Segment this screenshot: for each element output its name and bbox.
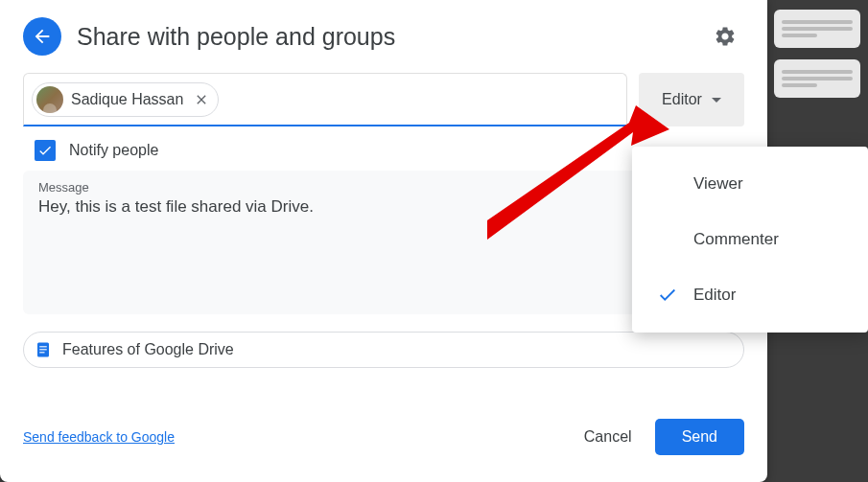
attachment-name: Features of Google Drive [62, 341, 234, 358]
dialog-title: Share with people and groups [77, 23, 691, 51]
role-option-label: Commenter [693, 230, 779, 249]
gear-icon [714, 25, 737, 48]
role-option-label: Editor [693, 286, 736, 305]
recipient-row: Sadique Hassan Editor [23, 73, 744, 126]
svg-rect-1 [39, 346, 47, 347]
avatar [36, 86, 63, 113]
role-option-editor[interactable]: Editor [632, 267, 868, 323]
notify-label: Notify people [69, 142, 158, 159]
chevron-down-icon [712, 98, 721, 103]
arrow-left-icon [32, 26, 53, 47]
role-option-viewer[interactable]: Viewer [632, 156, 868, 212]
check-icon [37, 143, 53, 158]
role-dropdown-button[interactable]: Editor [639, 73, 744, 126]
role-selected-label: Editor [662, 91, 702, 108]
svg-rect-2 [39, 349, 47, 350]
cancel-button[interactable]: Cancel [569, 421, 647, 453]
role-option-label: Viewer [693, 174, 743, 194]
feedback-link[interactable]: Send feedback to Google [23, 429, 175, 445]
dialog-header: Share with people and groups [0, 0, 767, 73]
close-icon [194, 92, 209, 107]
settings-button[interactable] [706, 17, 744, 56]
check-icon [657, 285, 678, 306]
svg-rect-3 [39, 352, 44, 353]
recipient-input[interactable]: Sadique Hassan [23, 73, 627, 126]
remove-recipient-button[interactable] [191, 89, 212, 110]
message-text: Hey, this is a test file shared via Driv… [38, 197, 729, 217]
notify-checkbox[interactable] [35, 140, 56, 161]
google-doc-icon [34, 340, 53, 359]
role-dropdown-menu: Viewer Commenter Editor [632, 147, 868, 333]
recipient-chip[interactable]: Sadique Hassan [32, 82, 219, 117]
dialog-footer: Send feedback to Google Cancel Send [0, 411, 767, 482]
background-document-preview [774, 10, 860, 109]
back-button[interactable] [23, 17, 61, 56]
message-label: Message [38, 180, 729, 195]
recipient-name: Sadique Hassan [71, 91, 183, 108]
attachment-chip[interactable]: Features of Google Drive [23, 332, 744, 368]
role-option-commenter[interactable]: Commenter [632, 212, 868, 267]
send-button[interactable]: Send [655, 419, 744, 455]
